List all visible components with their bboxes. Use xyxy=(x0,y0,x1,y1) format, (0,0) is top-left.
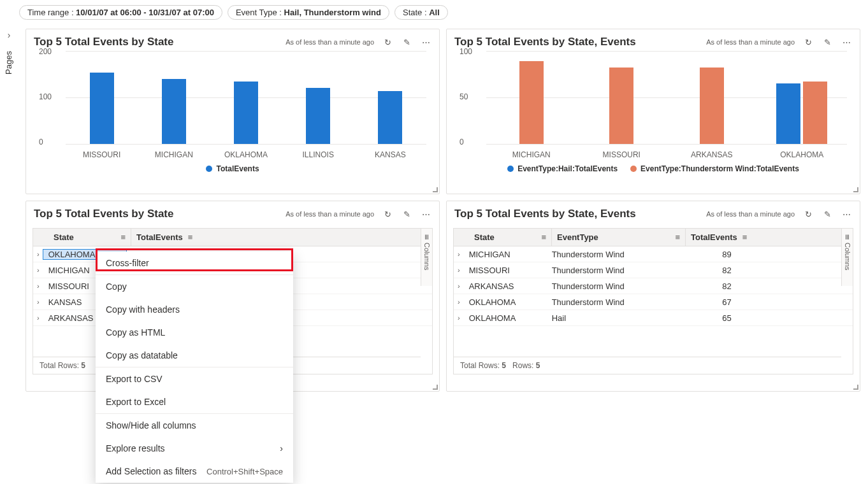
chart[interactable]: 200 100 0 MISSOURI MICHIGAN OKLAHOMA ILL… xyxy=(39,51,426,159)
resize-handle[interactable] xyxy=(433,385,438,390)
edit-icon[interactable]: ✎ xyxy=(401,36,412,48)
refresh-icon[interactable]: ↻ xyxy=(802,36,814,48)
columns-label: Columns xyxy=(844,243,851,270)
cell-state[interactable]: OKLAHOMA xyxy=(464,313,547,323)
column-menu-icon[interactable]: ≡ xyxy=(675,232,680,242)
bar[interactable] xyxy=(234,82,258,144)
expand-chevron-icon[interactable]: › xyxy=(33,298,43,306)
expand-chevron-icon[interactable]: › xyxy=(454,282,464,290)
table-row[interactable]: ›ARKANSASThunderstorm Wind82 xyxy=(454,278,853,294)
column-header-eventtype[interactable]: EventType≡ xyxy=(552,229,686,246)
refresh-icon[interactable]: ↻ xyxy=(802,208,814,220)
resize-handle[interactable] xyxy=(433,187,438,192)
edit-icon[interactable]: ✎ xyxy=(821,208,833,220)
cell-eventtype[interactable]: Thunderstorm Wind xyxy=(547,297,681,307)
legend-item[interactable]: EventType:Hail:TotalEvents xyxy=(507,164,618,173)
cell-eventtype[interactable]: Hail xyxy=(547,313,681,323)
table-row[interactable]: ›OKLAHOMAThunderstorm Wind67 xyxy=(454,294,853,310)
table-row[interactable]: ›MISSOURIThunderstorm Wind82 xyxy=(454,262,853,278)
bar[interactable] xyxy=(306,88,330,144)
cell-state[interactable]: MICHIGAN xyxy=(464,250,547,259)
bar[interactable] xyxy=(519,61,544,144)
expand-chevron-icon[interactable]: › xyxy=(33,266,43,274)
filter-event-type[interactable]: Event Type : Hail, Thunderstorm wind xyxy=(228,5,389,20)
bar[interactable] xyxy=(803,82,827,144)
cell-state[interactable]: MISSOURI xyxy=(464,266,547,275)
column-menu-icon[interactable]: ≡ xyxy=(120,232,126,242)
column-header-state[interactable]: State≡ xyxy=(469,229,552,246)
expand-chevron-icon[interactable]: › xyxy=(33,282,43,290)
columns-panel-toggle[interactable]: ⫼ Columns xyxy=(841,229,853,286)
column-menu-icon[interactable]: ≡ xyxy=(188,232,193,242)
edit-icon[interactable]: ✎ xyxy=(401,208,412,220)
cell-total[interactable]: 65 xyxy=(681,313,744,323)
column-header-totalevents[interactable]: TotalEvents≡ xyxy=(131,229,432,246)
menu-add-selection-filters[interactable]: Add Selection as filtersControl+Shift+Sp… xyxy=(96,460,293,483)
columns-panel-toggle[interactable]: ⫼ Columns xyxy=(421,229,432,286)
menu-cross-filter[interactable]: Cross-filter xyxy=(96,252,293,274)
legend-item[interactable]: EventType:Thunderstorm Wind:TotalEvents xyxy=(630,164,799,173)
menu-export-excel[interactable]: Export to Excel xyxy=(96,390,293,413)
bar[interactable] xyxy=(378,91,402,144)
menu-copy[interactable]: Copy xyxy=(96,275,293,298)
menu-copy-datatable[interactable]: Copy as datatable xyxy=(96,344,293,367)
more-icon[interactable]: ⋯ xyxy=(841,208,852,220)
bar[interactable] xyxy=(700,68,724,144)
menu-copy-html[interactable]: Copy as HTML xyxy=(96,321,293,344)
menu-explore-results[interactable]: Explore results› xyxy=(96,437,293,460)
refresh-icon[interactable]: ↻ xyxy=(382,208,393,220)
x-label: OKLAHOMA xyxy=(757,150,848,159)
expand-chevron-icon[interactable]: › xyxy=(33,250,43,258)
cell-total[interactable]: 82 xyxy=(681,266,744,275)
expand-chevron-icon[interactable]: › xyxy=(454,298,464,306)
column-menu-icon[interactable]: ≡ xyxy=(541,232,546,242)
more-icon[interactable]: ⋯ xyxy=(420,208,431,220)
cell-state[interactable]: ARKANSAS xyxy=(464,281,547,291)
menu-export-csv[interactable]: Export to CSV xyxy=(96,367,293,390)
chart[interactable]: 100 50 0 MICHIGAN MISSOURI ARKANSAS OKLA… xyxy=(459,51,847,159)
expand-chevron-icon[interactable]: › xyxy=(454,314,464,322)
resize-handle[interactable] xyxy=(853,187,858,192)
expand-chevron-icon[interactable]: › xyxy=(33,314,43,322)
table-row[interactable]: ›MICHIGANThunderstorm Wind89 xyxy=(454,246,853,262)
legend-item[interactable]: TotalEvents xyxy=(206,164,259,173)
x-label: ARKANSAS xyxy=(667,150,757,159)
x-label: MICHIGAN xyxy=(138,150,210,159)
expand-chevron-icon[interactable]: › xyxy=(454,266,464,274)
resize-handle[interactable] xyxy=(853,385,858,390)
cell-total[interactable]: 67 xyxy=(681,297,744,307)
cell-state[interactable]: OKLAHOMA xyxy=(464,297,547,307)
cell-eventtype[interactable]: Thunderstorm Wind xyxy=(547,266,681,275)
bar[interactable] xyxy=(609,68,633,144)
cell-eventtype[interactable]: Thunderstorm Wind xyxy=(547,281,681,291)
table-row[interactable]: ›OKLAHOMAHail65 xyxy=(454,310,853,326)
column-menu-icon[interactable]: ≡ xyxy=(742,232,748,242)
pages-label: Pages xyxy=(4,51,13,75)
cell-total[interactable]: 89 xyxy=(681,250,744,259)
y-tick: 0 xyxy=(459,138,464,146)
chevron-right-icon: › xyxy=(280,443,283,453)
more-icon[interactable]: ⋯ xyxy=(841,36,852,48)
y-tick: 100 xyxy=(39,92,52,101)
menu-copy-headers[interactable]: Copy with headers xyxy=(96,298,293,321)
menu-show-hide-columns[interactable]: Show/Hide all columns xyxy=(96,414,293,437)
edit-icon[interactable]: ✎ xyxy=(821,36,833,48)
refresh-timestamp: As of less than a minute ago xyxy=(706,210,795,218)
column-header-state[interactable]: State≡ xyxy=(48,229,131,246)
cell-total[interactable]: 82 xyxy=(681,281,744,291)
columns-label: Columns xyxy=(423,243,431,270)
filter-state[interactable]: State : All xyxy=(394,5,448,20)
bar[interactable] xyxy=(162,79,186,144)
bar[interactable] xyxy=(776,83,800,144)
columns-icon: ⫼ xyxy=(423,232,430,240)
bar[interactable] xyxy=(90,73,114,144)
legend-dot-icon xyxy=(630,166,637,172)
cell-eventtype[interactable]: Thunderstorm Wind xyxy=(547,250,681,259)
refresh-timestamp: As of less than a minute ago xyxy=(286,38,374,46)
column-header-totalevents[interactable]: TotalEvents≡ xyxy=(686,229,853,246)
more-icon[interactable]: ⋯ xyxy=(420,36,431,48)
refresh-timestamp: As of less than a minute ago xyxy=(706,38,795,46)
expand-chevron-icon[interactable]: › xyxy=(454,250,464,258)
filter-time-range[interactable]: Time range : 10/01/07 at 06:00 - 10/31/0… xyxy=(19,5,222,20)
refresh-icon[interactable]: ↻ xyxy=(382,36,393,48)
